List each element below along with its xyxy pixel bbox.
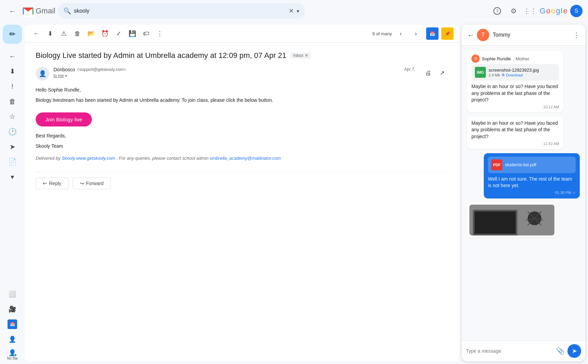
sender-avatar: 👤	[36, 67, 49, 81]
prev-email-button[interactable]: ‹	[395, 27, 407, 40]
sidebar-item-clock[interactable]: 🕐	[3, 125, 22, 138]
sidebar-item-draft[interactable]: 📄	[3, 155, 22, 169]
email-content: Biology Live started by Admin at Umbrell…	[25, 43, 459, 361]
download-link[interactable]: Download	[506, 73, 523, 77]
email-actions: ↩ Reply ↪ Forward	[36, 172, 448, 189]
chat-messages: S Sophie Rundle , Mother IMG screenshot-…	[462, 46, 585, 340]
forward-button[interactable]: ↪ Forward	[73, 178, 111, 189]
sender-label: S Sophie Rundle , Mother	[471, 54, 559, 63]
next-email-button[interactable]: ›	[410, 27, 422, 40]
gmail-logo: Gmail	[22, 5, 55, 17]
reply-button[interactable]: ↩ Reply	[36, 178, 69, 189]
skooly-url-link[interactable]: www.getskooly.com	[76, 156, 115, 161]
email-date: Apr 7,	[404, 67, 415, 72]
status-icon: 👤	[9, 349, 16, 356]
sent-file-attachment: PDF students-list.pdf	[488, 157, 576, 173]
chat-message-input[interactable]	[466, 348, 553, 354]
topbar: ← Gmail 🔍 ✕ ▾ ? ⚙ ⋮⋮	[0, 0, 588, 22]
more-button[interactable]: ⋮	[154, 27, 166, 40]
help-button[interactable]: ?	[490, 4, 504, 18]
sidebar-item-status[interactable]: 👤 No Sta	[3, 348, 22, 361]
sidebar-item-contacts[interactable]: 👤	[3, 332, 22, 346]
send-message-button[interactable]: ➤	[567, 344, 581, 358]
email-area: ← ⬇ ⚠ 🗑 📂 ⏰ ✓ 💾 🏷	[25, 25, 459, 361]
sidebar-item-spam[interactable]: !	[3, 80, 22, 93]
compose-button[interactable]: ✏	[3, 25, 22, 44]
body-line1: Biology livestream has been started by A…	[36, 96, 448, 104]
sidebar-item-expand[interactable]: ▾	[3, 170, 22, 184]
save-button[interactable]: 💾	[126, 27, 139, 40]
contacts-icon: 👤	[9, 336, 16, 343]
chat-contact-name: Tommy	[493, 32, 573, 38]
search-bar[interactable]: 🔍 ✕ ▾	[58, 3, 305, 19]
back-button[interactable]: ←	[30, 27, 43, 40]
sender-role: , Mother	[513, 56, 529, 61]
hamburger-button[interactable]: ←	[5, 4, 19, 18]
settings-button[interactable]: ⚙	[507, 4, 520, 18]
spam-button[interactable]: ⚠	[58, 27, 70, 40]
preview-svg	[469, 205, 554, 235]
archive-button[interactable]: ⬇	[44, 27, 56, 40]
forward-icon: ↪	[80, 181, 84, 186]
school-email-link[interactable]: umbrella_academy@mailinator.com	[210, 156, 281, 161]
email-toolbar: ← ⬇ ⚠ 🗑 📂 ⏰ ✓ 💾 🏷	[25, 25, 459, 43]
print-button[interactable]: 🖨	[422, 67, 434, 79]
email-subject: Biology Live started by Admin at Umbrell…	[36, 51, 286, 60]
delete-button[interactable]: 🗑	[71, 27, 84, 40]
apps-button[interactable]: ⋮⋮	[523, 4, 537, 18]
hamburger-icon: ←	[9, 7, 16, 15]
spam-icon: !	[11, 83, 13, 90]
move-icon: 📂	[87, 30, 95, 37]
footer-prefix: Delivered by Skooly	[36, 156, 76, 161]
message-text-3: Well I am not sure. The rest of the team…	[488, 176, 576, 189]
sidebar-item-camera[interactable]: 🎥	[3, 302, 22, 316]
expand-icon: ▾	[11, 173, 14, 181]
inbox-close-icon[interactable]: ✕	[305, 53, 308, 58]
sender-full-name: Sophie Rundle	[482, 56, 511, 61]
message-image	[467, 203, 556, 238]
status-label: No Sta	[7, 356, 18, 360]
snooze-icon: ⏰	[101, 30, 109, 37]
search-clear-icon[interactable]: ✕	[289, 7, 294, 15]
sidebar-item-archive[interactable]: ⬇	[3, 64, 22, 78]
message-time-1: 10:12 AM	[471, 105, 559, 109]
reply-label: Reply	[49, 181, 61, 186]
calendar-addon-icon: 📅	[430, 31, 435, 36]
keep-addon-button[interactable]: 📌	[441, 27, 454, 40]
new-window-icon: ↗	[440, 69, 445, 77]
sidebar-item-back[interactable]: ←	[3, 49, 22, 63]
gmail-m-icon	[22, 5, 34, 17]
sender-mini-avatar: S	[471, 54, 480, 63]
new-window-button[interactable]: ↗	[436, 67, 448, 79]
sign-off: Best Regards,	[36, 132, 448, 139]
dropdown-icon[interactable]: ▾	[65, 74, 67, 78]
label-icon: 🏷	[143, 30, 149, 37]
user-avatar[interactable]: S	[570, 5, 583, 17]
file-info: screenshot-12923923.jpg 2.4 Mb ⊕ Downloa…	[489, 68, 556, 77]
chat-back-button[interactable]: ←	[467, 31, 474, 39]
message-sent-1: PDF students-list.pdf Well I am not sure…	[484, 153, 580, 198]
search-input[interactable]	[74, 8, 286, 14]
join-biology-button[interactable]: Join Biology live	[36, 112, 92, 126]
image-preview	[469, 205, 554, 235]
sidebar-item-delete[interactable]: 🗑	[3, 95, 22, 108]
label-button[interactable]: 🏷	[140, 27, 152, 40]
sidebar-item-video[interactable]: ⬜	[3, 287, 22, 301]
archive-icon: ⬇	[10, 67, 15, 75]
calendar-addon-button[interactable]: 📅	[426, 27, 439, 40]
search-dropdown-icon[interactable]: ▾	[297, 8, 299, 14]
skooly-link[interactable]: Skooly	[62, 156, 75, 161]
file-attachment-1: IMG screenshot-12923923.jpg 2.4 Mb ⊕ Dow…	[471, 64, 559, 81]
move-button[interactable]: 📂	[85, 27, 97, 40]
trash-icon: 🗑	[74, 30, 81, 37]
done-button[interactable]: ✓	[112, 27, 125, 40]
attach-button[interactable]: 📎	[556, 347, 565, 355]
to-me[interactable]: to me	[53, 73, 64, 78]
sidebar-item-star[interactable]: ☆	[3, 110, 22, 123]
sidebar-item-send[interactable]: ➤	[3, 140, 22, 154]
sidebar-bottom: ⬜ 🎥 📅 👤 👤 No Sta	[3, 287, 22, 361]
sidebar-item-calendar[interactable]: 📅	[3, 317, 22, 331]
chat-menu-button[interactable]: ⋮	[573, 31, 580, 39]
sender-avatar-icon: 👤	[39, 70, 46, 77]
snooze-button[interactable]: ⏰	[99, 27, 111, 40]
